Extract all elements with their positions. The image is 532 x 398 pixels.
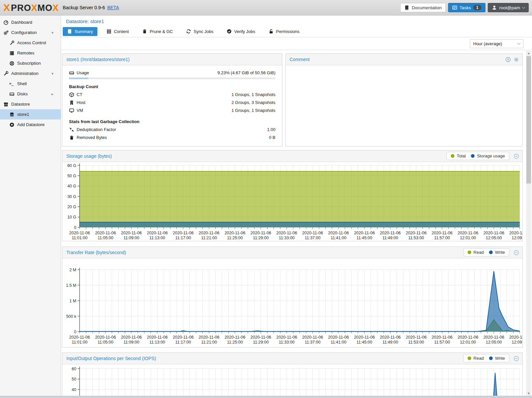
vertical-scrollbar[interactable]: ▲ ▼ xyxy=(526,51,531,398)
tab-bar: SummaryContentPrune & GCSync JobsVerify … xyxy=(61,27,532,37)
proxmox-x-icon: X xyxy=(3,2,10,13)
svg-text:11:05:00: 11:05:00 xyxy=(98,340,114,345)
legend-dot-icon xyxy=(468,356,471,360)
stat-row: CT1 Groups, 1 Snapshots xyxy=(69,91,275,98)
svg-text:2020-11-06: 2020-11-06 xyxy=(173,335,194,340)
trash-icon xyxy=(69,135,74,140)
sidebar-item-label: Shell xyxy=(17,81,27,86)
svg-text:11:33:00: 11:33:00 xyxy=(279,340,295,345)
sidebar-item-subscription[interactable]: Subscription xyxy=(0,58,61,68)
svg-text:11:41:00: 11:41:00 xyxy=(331,236,346,240)
legend-item-write[interactable]: Write xyxy=(489,356,505,361)
sidebar-item-disks[interactable]: Disks▸ xyxy=(0,89,61,99)
legend-item-write[interactable]: Write xyxy=(489,250,505,255)
unlock-icon xyxy=(268,29,274,34)
scroll-up-arrow[interactable]: ▲ xyxy=(526,51,531,55)
plus-circle-icon xyxy=(9,122,15,127)
proxmox-logo: XPROXMOX xyxy=(3,2,59,13)
svg-text:11:21:00: 11:21:00 xyxy=(201,236,217,240)
tab-permissions[interactable]: Permissions xyxy=(264,27,304,36)
minus-circle-icon[interactable] xyxy=(514,356,519,361)
tab-summary[interactable]: Summary xyxy=(63,27,97,36)
svg-text:30 G: 30 G xyxy=(67,194,76,199)
svg-text:11:09:00: 11:09:00 xyxy=(124,236,139,240)
tab-prune-gc[interactable]: Prune & GC xyxy=(138,27,177,36)
svg-text:1 M: 1 M xyxy=(69,299,76,303)
sidebar-item-shell[interactable]: >_Shell xyxy=(0,79,61,89)
svg-text:11:29:00: 11:29:00 xyxy=(253,236,269,240)
archive-icon xyxy=(3,102,9,107)
sidebar-item-add-datastore[interactable]: Add Datastore xyxy=(0,119,61,130)
svg-text:2020-11-06: 2020-11-06 xyxy=(250,231,271,235)
svg-text:11:21:00: 11:21:00 xyxy=(201,340,217,345)
svg-text:2020-11-06: 2020-11-06 xyxy=(95,231,116,235)
tab-sync-jobs[interactable]: Sync Jobs xyxy=(182,27,218,36)
svg-text:2020-11-06: 2020-11-06 xyxy=(483,335,504,340)
sidebar-item-remotes[interactable]: Remotes xyxy=(0,48,61,58)
caret-down-icon[interactable]: ▾ xyxy=(52,71,53,76)
tab-content[interactable]: Content xyxy=(102,27,133,36)
legend-item-storage-usage[interactable]: Storage usage xyxy=(471,153,505,158)
main-content: Datastore: store1 SummaryContentPrune & … xyxy=(61,16,532,398)
svg-text:12:01:00: 12:01:00 xyxy=(460,236,476,240)
legend-item-total[interactable]: Total xyxy=(451,153,466,158)
chart-legend: TotalStorage usage xyxy=(446,152,509,160)
sidebar-item-label: Remotes xyxy=(17,50,34,55)
legend-dot-icon xyxy=(451,154,454,158)
svg-text:11:49:00: 11:49:00 xyxy=(382,236,398,240)
sidebar-item-datastore[interactable]: Datastore xyxy=(0,99,61,109)
expand-tool-icon[interactable] xyxy=(505,57,511,62)
svg-text:2020-11-06: 2020-11-06 xyxy=(509,335,522,340)
svg-text:12:09:00: 12:09:00 xyxy=(512,236,522,240)
documentation-button[interactable]: Documentation xyxy=(400,3,446,12)
iops-chart-panel: Input/Output Operations per Second (IOPS… xyxy=(62,352,523,398)
minus-circle-icon[interactable] xyxy=(514,153,519,159)
svg-text:11:53:00: 11:53:00 xyxy=(408,340,424,345)
sidebar-item-store1[interactable]: store1 xyxy=(0,109,61,119)
sidebar: DashboardConfiguration▾Access ControlRem… xyxy=(0,16,61,398)
minus-circle-icon[interactable] xyxy=(514,250,519,255)
stat-row: Removed Bytes0 B xyxy=(69,134,275,141)
svg-text:2020-11-06: 2020-11-06 xyxy=(225,231,245,235)
building-icon xyxy=(69,100,74,105)
beta-link[interactable]: BETA xyxy=(107,5,119,10)
user-menu-button[interactable]: root@pam xyxy=(488,3,529,12)
svg-text:11:53:00: 11:53:00 xyxy=(408,236,424,240)
iops-chart: 01020304050602020-11-0611:01:002020-11-0… xyxy=(62,364,522,398)
chart-toolbar: Hour (average) xyxy=(61,37,532,50)
svg-text:2020-11-06: 2020-11-06 xyxy=(432,335,452,340)
svg-text:11:57:00: 11:57:00 xyxy=(434,236,450,240)
svg-text:11:17:00: 11:17:00 xyxy=(175,340,191,345)
scroll-down-arrow[interactable]: ▼ xyxy=(526,391,531,396)
tab-verify-jobs[interactable]: Verify Jobs xyxy=(222,27,260,36)
interval-select[interactable]: Hour (average) xyxy=(470,39,523,48)
panel-title: store1 (/mnt/datastores/store1) xyxy=(66,57,129,62)
svg-text:2020-11-06: 2020-11-06 xyxy=(69,335,90,340)
svg-text:2020-11-06: 2020-11-06 xyxy=(95,335,116,340)
usage-progressbar xyxy=(69,78,275,79)
svg-text:2020-11-06: 2020-11-06 xyxy=(147,231,168,235)
svg-text:2020-11-06: 2020-11-06 xyxy=(432,231,452,235)
svg-text:11:29:00: 11:29:00 xyxy=(253,340,269,345)
legend-item-read[interactable]: Read xyxy=(468,250,484,255)
tasks-button[interactable]: Tasks 1 xyxy=(448,3,485,12)
svg-text:2020-11-06: 2020-11-06 xyxy=(406,335,427,340)
scrollbar-thumb[interactable] xyxy=(526,56,531,183)
svg-text:2020-11-06: 2020-11-06 xyxy=(69,231,90,235)
sidebar-item-label: Access Control xyxy=(17,40,46,45)
svg-text:20 G: 20 G xyxy=(67,205,76,209)
stat-row: Host2 Groups, 3 Snapshots xyxy=(69,99,275,106)
sidebar-item-dashboard[interactable]: Dashboard xyxy=(0,17,61,27)
stat-row: Deduplication Factor1.00 xyxy=(69,126,275,133)
settings-tool-icon[interactable] xyxy=(514,57,519,62)
caret-down-icon[interactable]: ▾ xyxy=(52,30,53,35)
comment-panel: Comment xyxy=(285,53,523,147)
caret-right-icon[interactable]: ▸ xyxy=(52,92,53,96)
svg-text:2020-11-06: 2020-11-06 xyxy=(121,231,142,235)
database-icon xyxy=(9,112,15,117)
legend-item-read[interactable]: Read xyxy=(468,356,484,361)
svg-text:10 G: 10 G xyxy=(67,215,76,219)
sidebar-item-administration[interactable]: Administration▾ xyxy=(0,68,61,79)
sidebar-item-access-control[interactable]: Access Control xyxy=(0,38,61,48)
sidebar-item-configuration[interactable]: Configuration▾ xyxy=(0,27,61,38)
